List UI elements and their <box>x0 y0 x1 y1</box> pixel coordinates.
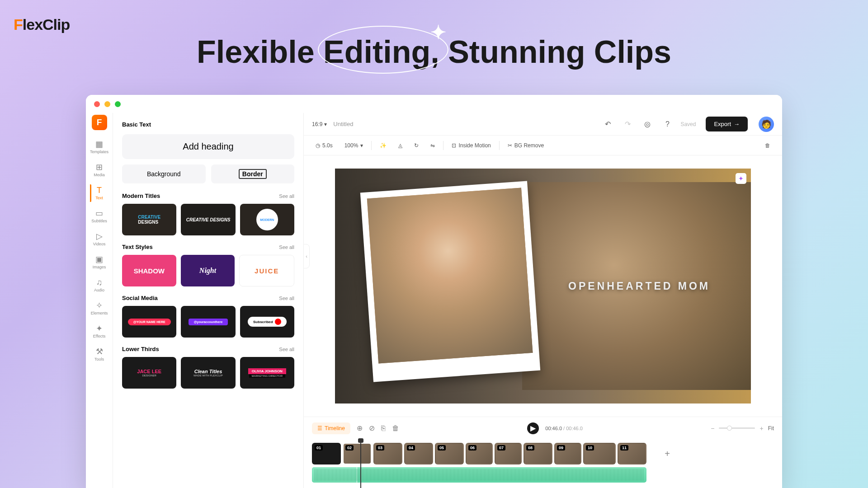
audio-icon: ♫ <box>96 278 103 286</box>
timeline-clip[interactable]: 06 <box>466 443 493 465</box>
sidebar-item-label: Videos <box>93 242 105 246</box>
lower-third-thumb[interactable]: JACE LEEDESIGNER <box>122 357 176 389</box>
panel-collapse-button[interactable]: ‹ <box>303 244 310 268</box>
duration-control[interactable]: ◷5.0s <box>312 140 336 151</box>
title-template-thumb[interactable]: MODERN <box>240 204 294 235</box>
split-button[interactable]: ⊘ <box>369 424 375 432</box>
sidebar-item-label: Templates <box>90 150 108 154</box>
wand-icon: ✨ <box>380 142 387 149</box>
rotate-button[interactable]: ↻ <box>410 140 422 151</box>
sidebar-item-images[interactable]: ▣Images <box>90 251 108 274</box>
see-all-link[interactable]: See all <box>279 347 294 352</box>
delete-button[interactable]: 🗑 <box>761 140 774 151</box>
text-style-thumb[interactable]: SHADOW <box>122 255 176 286</box>
timeline-tracks: 0102030405060708091011+ <box>304 439 782 488</box>
canvas-overlay-text[interactable]: OPENHEARTED MOM <box>568 280 710 292</box>
sidebar-item-label: Media <box>94 173 105 177</box>
social-template-thumb[interactable]: Subscribed <box>240 306 294 338</box>
sidebar-item-audio[interactable]: ♫Audio <box>90 274 108 297</box>
ai-button[interactable]: ◎ <box>641 117 654 131</box>
polaroid-frame[interactable] <box>360 181 540 382</box>
sidebar-item-videos[interactable]: ▷Videos <box>90 228 108 251</box>
bg-remove-button[interactable]: ✂BG Remove <box>504 140 547 151</box>
panel-title: Basic Text <box>122 121 294 128</box>
timeline-mode-button[interactable]: ☰Timeline <box>312 422 350 434</box>
sidebar-item-templates[interactable]: ▦Templates <box>90 136 108 159</box>
inside-motion-button[interactable]: ⊡Inside Motion <box>448 140 494 151</box>
add-clip-button[interactable]: + <box>657 444 677 464</box>
lower-third-thumb[interactable]: OLIVIA JOHNSONMARKETING DIRECTOR <box>240 357 294 389</box>
delete-clip-button[interactable]: 🗑 <box>392 424 399 432</box>
media-icon: ⊞ <box>96 163 103 171</box>
sidebar-item-tools[interactable]: ⚒Tools <box>90 343 108 366</box>
side-nav: F ▦Templates⊞MediaTText▭Subtitles▷Videos… <box>86 113 113 488</box>
timeline-clip[interactable]: 09 <box>554 443 581 465</box>
timeline-clip[interactable]: 02 <box>343 443 372 465</box>
export-button[interactable]: Export→ <box>706 117 748 131</box>
zoom-slider[interactable] <box>719 427 755 429</box>
text-icon: T <box>97 186 102 194</box>
help-button[interactable]: ? <box>660 117 674 131</box>
see-all-link[interactable]: See all <box>279 244 294 250</box>
border-style-button[interactable]: Border <box>211 164 295 183</box>
main-editor: ‹ 16:9▾ Untitled ↶ ↷ ◎ ? Saved Export→ 🧑… <box>304 113 782 488</box>
sidebar-item-label: Text <box>95 196 103 200</box>
zoom-out-button[interactable]: − <box>711 425 714 432</box>
aspect-ratio-select[interactable]: 16:9▾ <box>312 121 327 127</box>
minimize-icon[interactable] <box>104 101 110 107</box>
sidebar-item-elements[interactable]: ✧Elements <box>90 297 108 320</box>
text-panel: Basic Text Add heading Background Border… <box>113 113 304 488</box>
filter-button[interactable]: ◬ <box>395 140 406 151</box>
title-template-thumb[interactable]: CREATIVEDESIGNS <box>122 204 176 235</box>
background-style-button[interactable]: Background <box>122 164 206 183</box>
sidebar-item-media[interactable]: ⊞Media <box>90 159 108 182</box>
timeline-clip[interactable]: 04 <box>404 443 433 465</box>
audio-track[interactable] <box>312 467 646 483</box>
see-all-link[interactable]: See all <box>279 193 294 199</box>
timeline-clip[interactable]: 07 <box>495 443 522 465</box>
social-template-thumb[interactable]: @youraccounthere <box>181 306 235 338</box>
tools-icon: ⚒ <box>96 347 103 356</box>
app-logo-icon[interactable]: F <box>92 115 107 130</box>
sidebar-item-effects[interactable]: ✦Effects <box>90 320 108 343</box>
magic-button[interactable]: ✨ <box>376 140 390 151</box>
lower-third-thumb[interactable]: Clean TitlesMADE WITH FLEXCLIP <box>181 357 235 389</box>
zoom-in-button[interactable]: + <box>760 425 763 432</box>
canvas-area: OPENHEARTED MOM ✦ <box>304 155 782 417</box>
premium-badge-icon[interactable]: ✦ <box>736 173 746 184</box>
text-style-thumb[interactable]: Night <box>181 255 235 286</box>
time-display: 00:46.0 / 00:46.0 <box>545 426 583 431</box>
user-avatar[interactable]: 🧑 <box>759 117 774 132</box>
copy-button[interactable]: ⎘ <box>381 424 386 432</box>
undo-button[interactable]: ↶ <box>601 117 614 131</box>
sidebar-item-subtitles[interactable]: ▭Subtitles <box>90 205 108 228</box>
timeline-clip[interactable]: 01 <box>312 443 341 465</box>
title-template-thumb[interactable]: CREATIVE DESIGNS <box>181 204 235 235</box>
window-title-bar <box>86 95 782 113</box>
video-canvas[interactable]: OPENHEARTED MOM ✦ <box>335 169 751 404</box>
clip-toolbar: ◷5.0s 100%▾ ✨ ◬ ↻ ⇋ ⊡Inside Motion ✂BG R… <box>304 136 782 155</box>
timeline-clip[interactable]: 03 <box>373 443 402 465</box>
sidebar-item-label: Effects <box>93 334 105 338</box>
add-heading-button[interactable]: Add heading <box>122 134 294 159</box>
play-button[interactable]: ▶ <box>527 422 539 434</box>
text-style-thumb[interactable]: JUICE <box>239 255 294 286</box>
video-track: 0102030405060708091011+ <box>312 443 774 465</box>
see-all-link[interactable]: See all <box>279 296 294 301</box>
zoom-select[interactable]: 100%▾ <box>341 140 367 151</box>
timeline-clip[interactable]: 10 <box>583 443 616 465</box>
sidebar-item-text[interactable]: TText <box>90 182 108 205</box>
add-button[interactable]: ⊕ <box>357 424 363 432</box>
maximize-icon[interactable] <box>115 101 121 107</box>
timeline-clip[interactable]: 11 <box>618 443 646 465</box>
videos-icon: ▷ <box>96 232 103 240</box>
fit-button[interactable]: Fit <box>768 425 774 432</box>
timeline-clip[interactable]: 08 <box>524 443 552 465</box>
close-icon[interactable] <box>94 101 100 107</box>
flip-button[interactable]: ⇋ <box>427 140 439 151</box>
project-name[interactable]: Untitled <box>333 121 353 127</box>
timeline-clip[interactable]: 05 <box>435 443 464 465</box>
redo-button[interactable]: ↷ <box>621 117 634 131</box>
social-template-thumb[interactable]: @YOUR NAME HERE <box>122 306 176 338</box>
playhead[interactable] <box>360 439 361 488</box>
